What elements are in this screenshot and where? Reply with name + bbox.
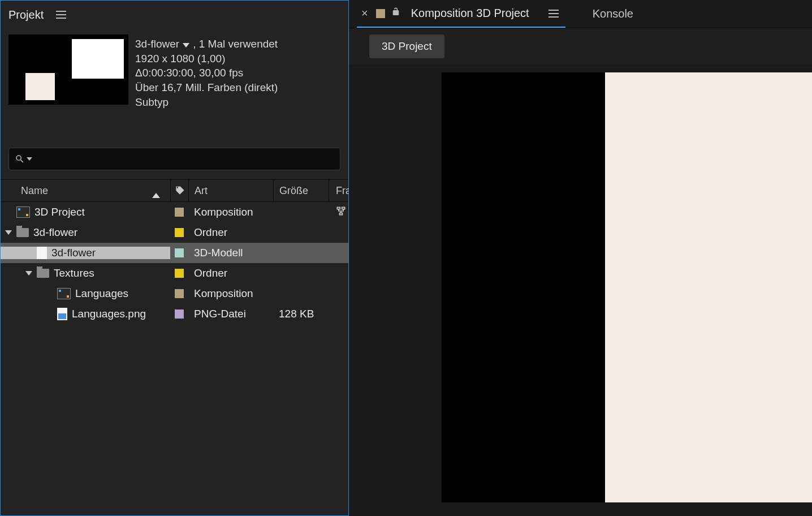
asset-dims: 1920 x 1080 (1,00): [135, 51, 340, 66]
row-art: Ordner: [188, 267, 273, 280]
row-fra: [329, 205, 348, 220]
label-swatch[interactable]: [175, 309, 184, 319]
col-size[interactable]: Größe: [273, 180, 329, 201]
sort-ascending-icon[interactable]: [152, 193, 160, 198]
panel-menu-icon[interactable]: [51, 6, 71, 23]
search-input[interactable]: [37, 153, 334, 165]
label-swatch[interactable]: [175, 208, 184, 217]
asset-name[interactable]: 3d-flower: [135, 37, 179, 51]
unlock-icon[interactable]: [391, 7, 401, 20]
composition-tabs: × Komposition 3D Project Konsole: [349, 0, 812, 28]
tab-menu-icon[interactable]: [544, 5, 563, 22]
composition-panel: × Komposition 3D Project Konsole 3D Proj…: [349, 0, 812, 516]
col-fra[interactable]: Fra: [329, 180, 351, 201]
asset-meta: 3d-flower , 1 Mal verwendet 1920 x 1080 …: [135, 35, 340, 109]
asset-colors: Über 16,7 Mill. Farben (direkt): [135, 80, 340, 95]
col-name[interactable]: Name: [1, 185, 170, 197]
canvas-white-region: [605, 72, 812, 502]
row-name: Languages: [75, 287, 128, 300]
row-size: 128 KB: [273, 308, 329, 320]
project-column-header: Name Art Größe Fra: [1, 179, 348, 202]
tab-color-swatch: [376, 9, 385, 18]
tab-konsole[interactable]: Konsole: [593, 7, 633, 20]
tab-projekt[interactable]: Projekt: [1, 1, 51, 29]
breadcrumb-chip[interactable]: 3D Project: [369, 35, 444, 58]
row-name: 3D Project: [34, 206, 85, 218]
col-art[interactable]: Art: [188, 180, 273, 201]
composition-icon: [16, 207, 30, 218]
table-row[interactable]: TexturesOrdner: [1, 263, 348, 283]
project-panel-tabs: Projekt: [1, 1, 348, 29]
tag-icon: [174, 185, 185, 196]
label-swatch[interactable]: [175, 248, 184, 257]
row-art: PNG-Datei: [188, 308, 273, 320]
tab-title: Komposition 3D Project: [407, 7, 534, 20]
table-row[interactable]: 3D ProjectKomposition: [1, 202, 348, 222]
asset-subtype: Subtyp: [135, 95, 340, 110]
composition-icon: [57, 288, 71, 299]
asset-info: 3d-flower , 1 Mal verwendet 1920 x 1080 …: [1, 29, 348, 109]
canvas-black-region: [442, 72, 605, 502]
row-art: Komposition: [188, 287, 273, 300]
row-name: 3d-flower: [33, 226, 77, 239]
chevron-down-icon[interactable]: [5, 230, 12, 235]
tab-composition[interactable]: × Komposition 3D Project: [357, 0, 565, 28]
project-panel: Projekt 3d-flower , 1 Mal verwendet 1920…: [0, 0, 349, 516]
png-icon: [57, 308, 67, 320]
label-swatch[interactable]: [175, 228, 184, 237]
row-art: 3D-Modell: [188, 247, 273, 259]
asset-thumbnail: [8, 35, 128, 105]
chevron-down-icon[interactable]: [25, 271, 32, 276]
asset-usage: , 1 Mal verwendet: [193, 37, 278, 51]
table-row[interactable]: 3d-flower3D-Modell: [1, 243, 348, 263]
folder-icon: [37, 269, 49, 278]
folder-icon: [16, 228, 29, 237]
asset-dropdown-icon[interactable]: [183, 43, 189, 48]
label-swatch[interactable]: [175, 289, 184, 298]
table-row[interactable]: Languages.pngPNG-Datei128 KB: [1, 304, 348, 324]
search-icon: [15, 154, 25, 164]
row-name: 3d-flower: [51, 247, 96, 259]
composition-viewer[interactable]: [349, 64, 812, 516]
row-art: Ordner: [188, 226, 273, 239]
row-art: Komposition: [188, 206, 273, 218]
composition-breadcrumb: 3D Project: [349, 28, 812, 64]
search-chevron-icon[interactable]: [27, 157, 32, 161]
flowchart-icon[interactable]: [335, 205, 347, 220]
close-icon[interactable]: ×: [359, 7, 370, 20]
table-row[interactable]: LanguagesKomposition: [1, 283, 348, 304]
search-bar[interactable]: [8, 148, 340, 170]
label-swatch[interactable]: [175, 269, 184, 278]
project-rows: 3D ProjectKomposition3d-flowerOrdner3d-f…: [1, 202, 348, 515]
col-label[interactable]: [170, 180, 188, 201]
asset-duration: Δ0:00:30:00, 30,00 fps: [135, 66, 340, 80]
row-name: Textures: [54, 267, 94, 280]
row-name: Languages.png: [72, 308, 146, 320]
file-icon: [37, 247, 47, 259]
table-row[interactable]: 3d-flowerOrdner: [1, 222, 348, 243]
